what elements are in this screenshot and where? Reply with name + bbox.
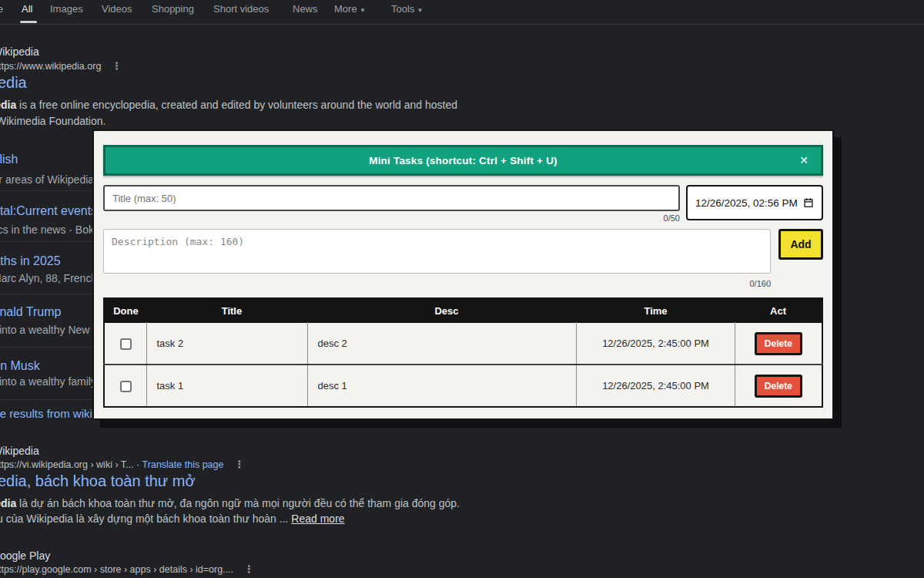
more-options-icon[interactable]: ⋮	[234, 459, 244, 470]
tab-news[interactable]: News	[293, 3, 318, 15]
sitelink-title[interactable]: Elon Musk	[0, 359, 40, 373]
result-url: https://vi.wikipedia.org › wiki › T... ·…	[0, 459, 244, 470]
calendar-icon	[803, 197, 814, 208]
title-char-counter: 0/50	[103, 213, 680, 223]
task-title-input[interactable]	[103, 185, 680, 211]
task-description-input[interactable]	[103, 229, 771, 274]
more-options-icon[interactable]: ⋮	[244, 563, 254, 575]
more-options-icon[interactable]: ⋮	[112, 60, 122, 72]
search-nav-bar: e All Images Videos Shopping Short video…	[0, 0, 924, 25]
translate-link[interactable]: Translate this page	[142, 459, 224, 470]
read-more-link[interactable]: Read more	[291, 512, 344, 525]
col-header-time: Time	[577, 298, 735, 323]
result-snippet: by the Wikimedia Foundation.	[0, 115, 105, 127]
tab-videos[interactable]: Videos	[102, 3, 132, 15]
datetime-input[interactable]: 12/26/2025, 02:56 PM	[686, 185, 823, 220]
mini-tasks-modal: Mini Tasks (shortcut: Ctrl + Shift + U) …	[92, 129, 834, 420]
nav-divider	[0, 24, 924, 25]
result-source: Wikipedia	[0, 445, 39, 457]
task-done-checkbox[interactable]	[120, 338, 132, 350]
table-row: task 1 desc 1 12/26/2025, 2:45:00 PM Del…	[104, 365, 822, 407]
col-header-desc: Desc	[308, 298, 577, 323]
result-source: Google Play	[0, 549, 50, 562]
tasks-table: Done Title Desc Time Act task 2 desc 2 1…	[103, 297, 823, 408]
tab-fragment: e	[0, 3, 3, 15]
task-time-cell: 12/26/2025, 2:45:00 PM	[577, 323, 735, 365]
modal-header: Mini Tasks (shortcut: Ctrl + Shift + U) …	[103, 145, 823, 176]
task-title-cell: task 2	[147, 323, 308, 365]
delete-task-button[interactable]: Delete	[755, 375, 802, 398]
result-url: https://www.wikipedia.org⋮	[0, 60, 122, 72]
table-row: task 2 desc 2 12/26/2025, 2:45:00 PM Del…	[104, 323, 822, 365]
col-header-title: Title	[147, 298, 308, 323]
modal-title: Mini Tasks (shortcut: Ctrl + Shift + U)	[369, 155, 557, 166]
sitelink-subtitle: Other areas of Wikipedia	[0, 173, 94, 186]
delete-task-button[interactable]: Delete	[755, 332, 802, 355]
result-url: https://play.google.com › store › apps ›…	[0, 563, 254, 575]
sitelink-subtitle: Marc Alyn, 88, French	[0, 272, 97, 284]
result-snippet: Wikipedia is a free online encyclopedia,…	[0, 99, 457, 111]
tab-more[interactable]: More▾	[334, 3, 364, 15]
active-tab-underline	[20, 21, 37, 23]
task-title-cell: task 1	[147, 365, 308, 407]
task-desc-cell: desc 1	[308, 365, 577, 407]
tab-short-videos[interactable]: Short videos	[213, 3, 269, 15]
datetime-value: 12/26/2025, 02:56 PM	[695, 197, 798, 209]
chevron-down-icon: ▾	[418, 6, 422, 14]
sitelink-subtitle: Topics in the news · Bok	[0, 223, 94, 236]
col-header-done: Done	[104, 298, 147, 323]
chevron-down-icon: ▾	[361, 6, 365, 14]
task-done-checkbox[interactable]	[120, 381, 132, 392]
sitelink-title[interactable]: Deaths in 2025	[0, 254, 61, 268]
result-title-link[interactable]: Wikipedia, bách khoa toàn thư mở	[0, 472, 196, 490]
tab-images[interactable]: Images	[50, 3, 83, 15]
sitelink-title[interactable]: Donald Trump	[0, 305, 62, 319]
sitelink-title[interactable]: Portal:Current events	[0, 204, 97, 218]
result-title-link[interactable]: Wikipedia	[0, 74, 27, 92]
sitelink-subtitle: born into a wealthy family	[0, 375, 96, 388]
add-task-button[interactable]: Add	[778, 229, 823, 260]
sitelink-title[interactable]: English	[0, 153, 18, 166]
tab-tools[interactable]: Tools▾	[391, 3, 422, 15]
result-snippet: Mục tiêu của Wikipedia là xây dựng một b…	[0, 512, 345, 525]
task-time-cell: 12/26/2025, 2:45:00 PM	[577, 365, 735, 407]
close-icon[interactable]: ✕	[799, 154, 808, 166]
task-desc-cell: desc 2	[308, 323, 577, 365]
result-snippet: Wikipedia là dự án bách khoa toàn thư mở…	[0, 497, 460, 509]
description-char-counter: 0/160	[103, 279, 771, 288]
result-source: Wikipedia	[0, 45, 39, 58]
col-header-act: Act	[735, 298, 822, 323]
table-header-row: Done Title Desc Time Act	[104, 298, 822, 323]
tab-shopping[interactable]: Shopping	[152, 3, 194, 15]
tab-all[interactable]: All	[22, 3, 32, 15]
